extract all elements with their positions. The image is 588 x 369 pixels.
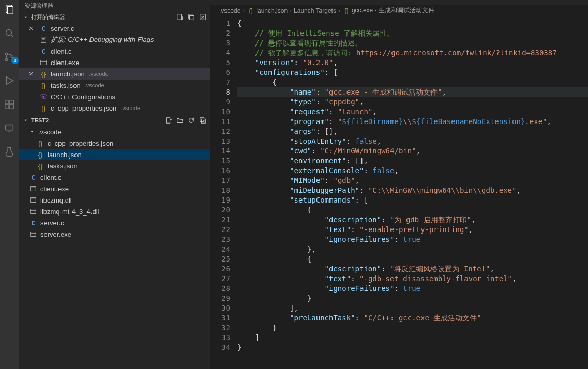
code-editor[interactable]: 1234567891011121314151617181920212223242… bbox=[210, 17, 588, 369]
tree-file[interactable]: libczmq.dll bbox=[19, 194, 210, 206]
svg-rect-11 bbox=[10, 105, 13, 109]
tree-file[interactable]: libzmq-mt-4_3_4.dll bbox=[19, 206, 210, 217]
tree-file-label: libczmq.dll bbox=[40, 196, 72, 204]
sidebar-title: 资源管理器 bbox=[19, 0, 210, 11]
open-editor-label: C/C++ Configurations bbox=[51, 93, 115, 101]
close-icon[interactable] bbox=[28, 25, 36, 32]
binary-icon bbox=[29, 230, 37, 238]
tree-file-label: tasks.json bbox=[48, 162, 78, 170]
code-content[interactable]: { // 使用 IntelliSense 了解相关属性。 // 悬停以查看现有属… bbox=[237, 17, 588, 369]
chevron-right-icon: › bbox=[242, 7, 246, 14]
open-editor-item[interactable]: {}tasks.json.vscode bbox=[19, 80, 210, 91]
run-debug-icon[interactable] bbox=[3, 74, 16, 87]
open-editor-item[interactable]: 扩展: C/C++ Debugging with Flags bbox=[19, 34, 210, 45]
svg-rect-56 bbox=[31, 209, 36, 214]
c-file-icon: C bbox=[29, 173, 37, 181]
close-icon[interactable] bbox=[28, 71, 36, 77]
chevron-right-icon: › bbox=[337, 7, 341, 14]
open-editor-label: client.c bbox=[51, 48, 71, 55]
remote-icon[interactable] bbox=[3, 122, 16, 134]
svg-point-5 bbox=[5, 58, 7, 60]
open-editor-label: 扩展: C/C++ Debugging with Flags bbox=[51, 35, 154, 44]
svg-marker-7 bbox=[7, 77, 13, 85]
save-all-icon[interactable] bbox=[188, 13, 195, 21]
crumb-folder[interactable]: .vscode bbox=[219, 7, 240, 14]
svg-rect-52 bbox=[31, 187, 36, 191]
explorer-tree: .vscode {}c_cpp_properties.json{}launch.… bbox=[19, 126, 210, 369]
open-editor-item[interactable]: {}launch.json.vscode bbox=[19, 68, 210, 80]
json-icon: {} bbox=[247, 7, 255, 15]
sidebar-title-label: 资源管理器 bbox=[25, 2, 53, 10]
explorer-icon[interactable] bbox=[3, 3, 16, 16]
crumb-file[interactable]: launch.json bbox=[256, 7, 288, 14]
new-folder-icon[interactable] bbox=[176, 117, 184, 124]
tree-folder-vscode[interactable]: .vscode bbox=[19, 126, 210, 137]
open-editor-item[interactable]: C/C++ Configurations bbox=[19, 91, 210, 102]
folder-title: TEST2 bbox=[31, 117, 49, 124]
open-editor-label: launch.json bbox=[51, 70, 85, 78]
tabs-bar[interactable] bbox=[210, 0, 588, 5]
activity-bar bbox=[0, 0, 19, 369]
new-untitled-icon[interactable] bbox=[176, 13, 184, 21]
svg-rect-54 bbox=[31, 198, 36, 203]
binary-icon bbox=[29, 196, 37, 204]
tree-file[interactable]: {}tasks.json bbox=[19, 160, 210, 172]
svg-rect-15 bbox=[177, 14, 182, 20]
tree-file[interactable]: client.exe bbox=[19, 183, 210, 194]
folder-header[interactable]: TEST2 bbox=[19, 115, 210, 126]
crumb-leaf[interactable]: gcc.exe - 生成和调试活动文件 bbox=[352, 6, 434, 15]
json-icon: {} bbox=[36, 162, 44, 170]
open-editor-item[interactable]: client.exe bbox=[19, 57, 210, 68]
tree-file[interactable]: Cclient.c bbox=[19, 172, 210, 183]
collapse-all-icon[interactable] bbox=[199, 117, 206, 124]
open-editor-path: .vscode bbox=[89, 71, 109, 77]
open-editor-item[interactable]: Cserver.c bbox=[19, 23, 210, 34]
c-file-icon: C bbox=[39, 47, 48, 55]
gear-icon bbox=[39, 93, 48, 101]
crumb-section[interactable]: Launch Targets bbox=[294, 7, 336, 14]
new-file-icon[interactable] bbox=[165, 117, 172, 124]
tree-file[interactable]: {}launch.json bbox=[19, 149, 210, 160]
open-editors-toolbar bbox=[176, 13, 206, 21]
svg-line-3 bbox=[11, 35, 13, 37]
close-all-icon[interactable] bbox=[199, 13, 206, 21]
tree-file-label: client.exe bbox=[40, 185, 69, 193]
tree-file[interactable]: {}c_cpp_properties.json bbox=[19, 137, 210, 149]
svg-rect-12 bbox=[6, 125, 13, 130]
tree-folder-label: .vscode bbox=[38, 128, 62, 136]
open-editor-item[interactable]: {}c_cpp_properties.json.vscode bbox=[19, 102, 210, 114]
folder-toolbar bbox=[165, 117, 206, 124]
open-editor-label: server.c bbox=[51, 25, 74, 33]
binary-icon bbox=[29, 185, 37, 193]
chevron-down-icon bbox=[23, 14, 29, 20]
open-editors-header[interactable]: 打开的编辑器 bbox=[19, 11, 210, 23]
svg-point-41 bbox=[42, 96, 44, 98]
search-icon[interactable] bbox=[3, 27, 16, 39]
svg-point-4 bbox=[5, 53, 7, 55]
c-file-icon: C bbox=[29, 219, 37, 227]
open-editor-item[interactable]: Cclient.c bbox=[19, 45, 210, 57]
svg-rect-9 bbox=[10, 100, 13, 104]
open-editor-label: c_cpp_properties.json bbox=[51, 104, 116, 112]
extensions-icon[interactable] bbox=[3, 98, 16, 111]
open-editors-title: 打开的编辑器 bbox=[31, 13, 65, 21]
binary-icon bbox=[39, 58, 48, 67]
svg-point-6 bbox=[11, 56, 13, 58]
doc-icon bbox=[39, 36, 48, 44]
svg-rect-58 bbox=[31, 232, 36, 237]
tree-file[interactable]: server.exe bbox=[19, 228, 210, 240]
testing-icon[interactable] bbox=[3, 146, 16, 158]
refresh-icon[interactable] bbox=[188, 117, 195, 124]
tree-file-label: server.c bbox=[40, 219, 64, 227]
breadcrumbs[interactable]: .vscode › {} launch.json › Launch Target… bbox=[210, 5, 588, 17]
source-control-icon[interactable] bbox=[3, 51, 16, 63]
json-icon: {} bbox=[36, 139, 44, 147]
tree-file[interactable]: Cserver.c bbox=[19, 217, 210, 228]
svg-point-2 bbox=[6, 30, 12, 36]
open-editor-label: tasks.json bbox=[51, 82, 81, 89]
svg-rect-10 bbox=[5, 105, 9, 109]
svg-rect-33 bbox=[41, 60, 47, 65]
svg-rect-8 bbox=[5, 100, 9, 104]
json-icon: {} bbox=[39, 104, 48, 112]
line-gutter: 1234567891011121314151617181920212223242… bbox=[210, 17, 237, 369]
